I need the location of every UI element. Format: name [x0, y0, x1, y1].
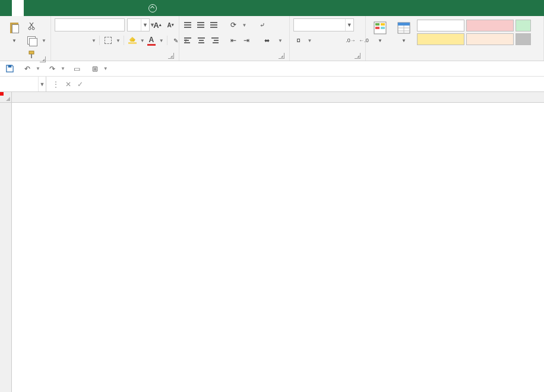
border-button[interactable] — [103, 35, 113, 46]
chevron-down-icon[interactable]: ▼ — [308, 38, 312, 43]
chevron-down-icon[interactable]: ▼ — [42, 38, 46, 43]
chevron-down-icon[interactable]: ▼ — [36, 66, 40, 71]
redo-button[interactable]: ↷ — [46, 63, 58, 75]
dialog-launcher-icon[interactable] — [355, 53, 360, 59]
svg-rect-10 — [398, 23, 410, 26]
enter-formula-button[interactable]: ✓ — [77, 80, 83, 88]
bold-button[interactable] — [55, 35, 65, 46]
row-headers[interactable] — [0, 103, 12, 392]
cells-area[interactable] — [12, 103, 544, 392]
currency-button[interactable]: ¤ — [293, 35, 304, 46]
copy-button[interactable]: ▼ — [27, 34, 46, 47]
chevron-down-icon[interactable]: ▼ — [61, 66, 65, 71]
align-right-button[interactable] — [209, 35, 220, 46]
chevron-down-icon[interactable]: ▼ — [140, 38, 145, 43]
font-name-select[interactable]: ▼ — [55, 18, 125, 31]
svg-point-0 — [29, 27, 31, 30]
formula-input[interactable] — [95, 77, 544, 91]
font-size-select[interactable]: ▼ — [127, 18, 150, 31]
dialog-launcher-icon[interactable] — [279, 53, 284, 59]
tab-view[interactable] — [95, 0, 107, 16]
spreadsheet-grid[interactable] — [0, 92, 544, 392]
chevron-down-icon[interactable]: ▼ — [278, 38, 283, 43]
font-size-input[interactable] — [128, 19, 141, 31]
merge-center-button[interactable]: ⬌ — [261, 35, 274, 46]
tell-me-search[interactable] — [143, 0, 166, 16]
tab-pdf[interactable] — [131, 0, 143, 16]
svg-rect-2 — [29, 51, 34, 54]
tab-help[interactable] — [119, 0, 131, 16]
wrap-text-button[interactable]: ⤶ — [257, 20, 270, 30]
align-center-button[interactable] — [196, 35, 207, 46]
name-box[interactable]: ▼ — [0, 77, 46, 91]
number-format-input[interactable] — [294, 19, 345, 31]
fill-color-button[interactable] — [127, 35, 138, 46]
chevron-down-icon: ▼ — [378, 39, 382, 43]
column-headers[interactable] — [12, 92, 544, 103]
tab-home[interactable] — [12, 0, 24, 16]
increase-decimal-button[interactable]: .0→ — [346, 35, 356, 46]
percent-button[interactable] — [315, 35, 325, 46]
style-bad[interactable] — [466, 20, 514, 31]
cut-button[interactable] — [27, 20, 46, 33]
svg-rect-3 — [31, 54, 32, 58]
lightbulb-icon — [148, 4, 157, 12]
format-as-table-button[interactable]: ▼ — [393, 18, 415, 45]
increase-indent-button[interactable]: ⇥ — [241, 35, 252, 46]
style-good[interactable] — [515, 20, 531, 31]
tab-file[interactable] — [0, 0, 12, 16]
align-middle-button[interactable] — [196, 20, 207, 30]
qat-button-1[interactable]: ▭ — [71, 63, 83, 75]
chevron-down-icon[interactable]: ▼ — [103, 66, 108, 71]
number-format-select[interactable]: ▼ — [293, 18, 354, 31]
select-all-button[interactable] — [0, 92, 12, 103]
name-box-input[interactable] — [0, 77, 38, 91]
style-calc[interactable] — [466, 33, 514, 45]
svg-rect-14 — [8, 65, 11, 68]
chevron-down-icon[interactable]: ▼ — [116, 38, 121, 43]
tab-data[interactable] — [59, 0, 71, 16]
orientation-button[interactable]: ⟳ — [228, 20, 239, 30]
italic-button[interactable] — [67, 35, 77, 46]
dialog-launcher-icon[interactable] — [168, 53, 174, 59]
chevron-down-icon[interactable]: ▼ — [159, 38, 164, 43]
align-top-button[interactable] — [183, 20, 194, 30]
chevron-down-icon[interactable]: ▼ — [345, 19, 353, 31]
tab-layout[interactable] — [36, 0, 48, 16]
style-neutral[interactable] — [417, 33, 464, 45]
cancel-formula-button[interactable]: ⋮ — [52, 80, 59, 88]
cancel-x-button[interactable]: ✕ — [65, 80, 71, 88]
chevron-down-icon: ▼ — [12, 39, 17, 43]
increase-font-button[interactable]: A▴ — [152, 20, 163, 30]
tab-review[interactable] — [71, 0, 83, 16]
tab-insert[interactable] — [24, 0, 36, 16]
save-button[interactable] — [4, 63, 15, 75]
svg-rect-6 — [381, 23, 385, 26]
chevron-down-icon[interactable]: ▼ — [141, 19, 149, 31]
chevron-down-icon[interactable]: ▼ — [242, 23, 247, 28]
align-left-button[interactable] — [183, 35, 194, 46]
svg-rect-8 — [381, 27, 385, 29]
underline-button[interactable] — [78, 35, 89, 46]
style-check[interactable] — [515, 33, 531, 45]
font-color-button[interactable]: A — [146, 35, 157, 46]
qat-button-2[interactable]: ⊞ — [89, 63, 101, 75]
conditional-format-button[interactable]: ▼ — [369, 18, 391, 45]
chevron-down-icon[interactable]: ▼ — [38, 77, 46, 91]
align-bottom-button[interactable] — [209, 20, 220, 30]
style-normal[interactable] — [417, 20, 464, 31]
tab-newtab[interactable] — [83, 0, 95, 16]
tab-formula[interactable] — [48, 0, 59, 16]
scissors-icon — [27, 21, 37, 31]
dialog-launcher-icon[interactable] — [40, 56, 46, 62]
undo-button[interactable]: ↶ — [21, 63, 33, 75]
decrease-indent-button[interactable]: ⇤ — [228, 35, 239, 46]
decrease-font-button[interactable]: A▾ — [165, 20, 176, 30]
tab-dev[interactable] — [107, 0, 119, 16]
comma-button[interactable] — [328, 35, 339, 46]
formula-input-wrap[interactable] — [95, 77, 544, 91]
formula-bar: ▼ ⋮ ✕ ✓ — [0, 77, 544, 92]
paste-button[interactable]: ▼ — [4, 18, 25, 45]
chevron-down-icon[interactable]: ▼ — [91, 38, 96, 43]
svg-rect-7 — [375, 27, 379, 29]
